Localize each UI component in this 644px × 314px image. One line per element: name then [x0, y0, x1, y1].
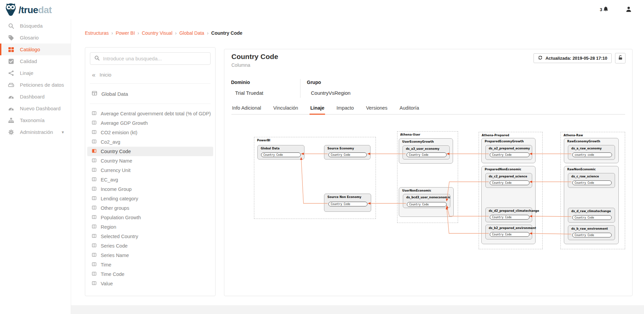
- breadcrumb-link[interactable]: Global Data: [179, 30, 204, 36]
- detail-tabs: Info Adicional Vinculación Linaje Impact…: [231, 103, 625, 115]
- lock-button[interactable]: [615, 53, 625, 63]
- structure-field-item[interactable]: Time: [87, 260, 213, 269]
- breadcrumb-separator: ›: [137, 30, 139, 36]
- gauge-icon: [8, 106, 14, 112]
- lineage-schema-raweconomygrowth: RawEconomyGrowth ds_a_raw_economy countr…: [564, 138, 619, 163]
- drive-icon: [8, 82, 14, 88]
- sidebar-item-nuevo-dashboard[interactable]: Nuevo Dashboard: [0, 103, 71, 114]
- column-icon: [92, 187, 96, 192]
- back-to-inicio[interactable]: « Inicio: [92, 72, 111, 78]
- lineage-schema-preparedeconmygrowth: PreparedEconmyGrowth ds_a2_prepared_econ…: [481, 138, 536, 163]
- structure-field-item[interactable]: Selected Country: [87, 232, 213, 241]
- divider: [90, 104, 211, 104]
- top-header: /truedat 3: [0, 0, 644, 19]
- structure-field-item[interactable]: EC_avg: [87, 175, 213, 184]
- lineage-node[interactable]: Country Code: [490, 232, 529, 237]
- lineage-node[interactable]: Country Code: [490, 215, 529, 220]
- search-input[interactable]: [103, 56, 206, 61]
- structure-field-item[interactable]: Population Growth: [87, 213, 213, 222]
- gear-icon: [8, 129, 14, 135]
- structure-field-item[interactable]: Series Code: [87, 241, 213, 251]
- sidebar-item-label: Búsqueda: [20, 23, 43, 29]
- column-icon: [92, 158, 96, 164]
- structure-field-item-selected[interactable]: Country Code: [87, 147, 213, 156]
- tags-icon: [8, 35, 14, 41]
- structure-nav-panel: « Inicio Global Data Average Central gov…: [85, 47, 216, 296]
- lineage-node[interactable]: Country Code: [407, 202, 447, 207]
- sidebar-item-label: Calidad: [20, 58, 37, 64]
- page-title: Country Code: [231, 53, 278, 61]
- structure-field-item[interactable]: CO2 emision (kt): [87, 128, 213, 137]
- lineage-node[interactable]: Country Code: [407, 152, 447, 157]
- tab-linaje[interactable]: Linaje: [310, 103, 325, 115]
- lineage-node[interactable]: Country Code: [328, 152, 367, 157]
- lineage-node[interactable]: Country Code: [572, 215, 612, 220]
- lineage-table-ds-a-raw-economy: ds_a_raw_economy country code: [568, 145, 615, 160]
- refresh-updated-button[interactable]: Actualizada: 2019-05-28 17:10: [534, 53, 612, 63]
- sidebar-item-glosario[interactable]: Glosario: [0, 32, 71, 44]
- lineage-table-global-data: Global Data Country Code: [257, 145, 304, 160]
- tab-versiones[interactable]: Versiones: [365, 103, 388, 114]
- lineage-group-athena-prepared: Athena-Prepared PreparedEconmyGrowth ds_…: [479, 132, 543, 249]
- structure-root-item[interactable]: Global Data: [92, 91, 128, 97]
- sidebar-item-linaje[interactable]: Linaje: [0, 67, 71, 79]
- lineage-node[interactable]: Country Code: [572, 233, 612, 237]
- tab-vinculacion[interactable]: Vinculación: [272, 103, 299, 114]
- lineage-node[interactable]: Country Code: [572, 180, 612, 185]
- sidebar-item-dashboard[interactable]: Dashboard: [0, 91, 71, 103]
- sidebar-item-catalogo[interactable]: Catálogo: [0, 44, 71, 55]
- lineage-group-powerbi: PowerBI Global Data Country Code Source …: [254, 137, 376, 219]
- structure-field-item[interactable]: Average GDP Growth: [87, 118, 213, 128]
- structure-field-item[interactable]: Value: [87, 279, 213, 288]
- structure-field-item[interactable]: Country Name: [87, 156, 213, 166]
- search-icon: [8, 23, 14, 29]
- sidebar-item-administracion[interactable]: Administración ▼: [0, 126, 71, 138]
- tab-info-adicional[interactable]: Info Adicional: [231, 103, 262, 114]
- lineage-table-ds-d-raw-climatechange: ds_d_raw_climatechange Country Code: [568, 208, 615, 223]
- sidebar-item-label: Nuevo Dashboard: [20, 106, 61, 111]
- structure-field-item[interactable]: Series Name: [87, 251, 213, 260]
- divider: [300, 79, 300, 98]
- group-label: Grupo: [307, 80, 321, 85]
- sidebar-item-taxonomia[interactable]: Taxonomía: [0, 114, 71, 126]
- column-icon: [92, 281, 96, 286]
- truedat-logo[interactable]: /truedat: [5, 3, 52, 18]
- structure-field-item[interactable]: Income Group: [87, 184, 213, 194]
- tab-impacto[interactable]: Impacto: [336, 103, 355, 114]
- column-icon: [92, 262, 96, 267]
- divider: [90, 83, 211, 84]
- breadcrumb-link[interactable]: Estructuras: [85, 30, 109, 36]
- grid-icon: [8, 47, 14, 53]
- structure-type: Columna: [231, 62, 250, 68]
- sidebar-item-label: Linaje: [20, 70, 33, 76]
- owl-logo-icon: [5, 3, 17, 18]
- tab-auditoria[interactable]: Auditoría: [399, 103, 420, 114]
- breadcrumb-link[interactable]: Power BI: [116, 30, 135, 36]
- structure-field-item[interactable]: Co2_avg: [87, 137, 213, 147]
- sidebar-item-calidad[interactable]: Calidad: [0, 55, 71, 67]
- structure-field-item[interactable]: Time Code: [87, 269, 213, 279]
- lineage-schema-preparednoneconomic: PreparedNonEconomic ds_c2_prepared_scien…: [481, 166, 536, 244]
- lineage-node[interactable]: country code: [572, 152, 612, 157]
- structure-field-item[interactable]: Lending category: [87, 194, 213, 203]
- lineage-node[interactable]: Country Code: [261, 152, 301, 157]
- structure-field-item[interactable]: Other groups: [87, 203, 213, 213]
- structure-field-item[interactable]: Region: [87, 222, 213, 232]
- lineage-node[interactable]: Country Code: [490, 152, 529, 157]
- structure-field-item[interactable]: Average Central government debt total (%…: [87, 109, 213, 118]
- lineage-node[interactable]: Country Code: [490, 180, 529, 185]
- lineage-group-athena-user: Athena-User UserEconmyGrowth ds_a3_user_…: [397, 131, 458, 223]
- sidebar-item-peticiones[interactable]: Peticiones de datos: [0, 79, 71, 91]
- sidebar-item-label: Glosario: [20, 35, 39, 40]
- breadcrumb-separator: ›: [175, 30, 177, 36]
- lineage-diagram: PowerBI Global Data Country Code Source …: [253, 130, 629, 253]
- user-avatar-button[interactable]: [625, 6, 632, 13]
- structure-field-item[interactable]: Currency Unit: [87, 166, 213, 175]
- lineage-node[interactable]: Country Code: [328, 202, 367, 206]
- notifications-button[interactable]: 3: [600, 6, 609, 13]
- breadcrumb-current: Country Code: [211, 30, 243, 36]
- column-icon: [92, 177, 96, 182]
- sidebar-item-busqueda[interactable]: Búsqueda: [0, 20, 71, 32]
- breadcrumb-link[interactable]: Country Visual: [142, 30, 172, 36]
- sidebar-item-label: Catálogo: [20, 47, 40, 52]
